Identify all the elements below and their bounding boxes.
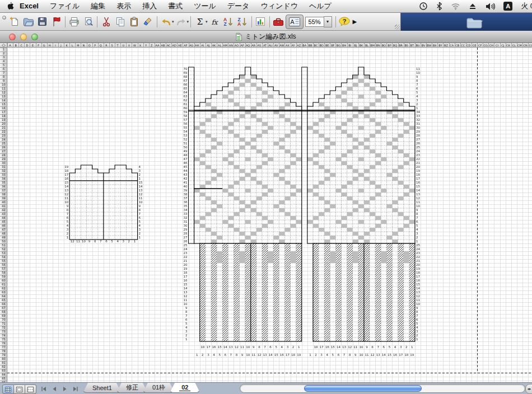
zoom-value-field[interactable]: 55% <box>305 17 324 27</box>
menu-item-window[interactable]: ウィンドウ <box>255 0 304 12</box>
bluetooth-icon[interactable] <box>436 2 442 11</box>
normal-view-button[interactable] <box>2 384 14 394</box>
menu-item-insert[interactable]: 挿入 <box>137 0 162 12</box>
svg-text:A: A <box>237 21 241 27</box>
previous-sheet-button[interactable] <box>50 384 58 393</box>
sheet-tab-02-active[interactable]: 02 <box>170 383 200 393</box>
toolbar-handle[interactable] <box>1 14 7 30</box>
zoom-dropdown-button[interactable]: ▼ <box>324 16 332 27</box>
toolbox-button[interactable] <box>272 15 286 29</box>
menu-item-file[interactable]: ファイル <box>44 0 85 12</box>
redo-button[interactable] <box>174 15 188 29</box>
sheet-tab-scroll-buttons <box>39 384 80 393</box>
toolbar-overflow-arrow[interactable]: ▶ <box>353 18 357 25</box>
flag-button[interactable] <box>49 15 63 29</box>
menu-item-excel[interactable]: Excel <box>14 0 44 12</box>
redo-dropdown-arrow[interactable]: ▾ <box>187 20 189 24</box>
zoom-combo: 55% ▼ <box>305 16 332 27</box>
horizontal-scrollbar-thumb[interactable] <box>304 385 422 392</box>
menu-status-area: A 火 0 <box>419 1 532 11</box>
svg-text:fx: fx <box>211 18 218 26</box>
menu-item-view[interactable]: 表示 <box>111 0 137 12</box>
wifi-icon[interactable] <box>451 2 460 10</box>
svg-text:A: A <box>290 18 295 25</box>
toolbar-separator <box>190 16 191 27</box>
svg-text:?: ? <box>343 17 347 24</box>
autosum-button[interactable]: Σ <box>193 15 207 29</box>
eject-icon[interactable] <box>469 2 477 10</box>
window-title: ミトン編み図.xls <box>0 31 532 43</box>
horizontal-scrollbar[interactable] <box>240 384 525 393</box>
first-sheet-button[interactable] <box>39 384 48 393</box>
insert-function-button[interactable]: fx <box>208 15 222 29</box>
copy-button[interactable] <box>113 15 127 29</box>
format-painter-button[interactable] <box>141 15 155 29</box>
menu-item-data[interactable]: データ <box>222 0 255 12</box>
svg-text:Σ: Σ <box>197 17 203 27</box>
window-title-text: ミトン編み図.xls <box>245 32 296 41</box>
excel-document-icon <box>236 33 242 41</box>
screen: Excel ファイル 編集 表示 挿入 書式 ツール データ ウィンドウ ヘルプ <box>0 0 532 394</box>
view-buttons <box>2 384 36 394</box>
desktop-strip: ▾ ▾ Σ ▾ fx AZ ZA A 55% ▼ ? ▶ <box>0 13 532 31</box>
toolbar-separator <box>251 16 252 27</box>
input-method-icon[interactable]: A <box>503 2 512 11</box>
next-sheet-button[interactable] <box>60 384 69 393</box>
toolbar-separator <box>269 16 270 27</box>
new-document-button[interactable] <box>7 15 21 29</box>
spreadsheet-canvas[interactable] <box>0 43 532 382</box>
sheet-tab-shusei[interactable]: 修正 <box>116 383 148 393</box>
menu-clock[interactable]: 火 0 <box>521 1 532 11</box>
help-button[interactable]: ? <box>338 15 352 29</box>
last-sheet-button[interactable] <box>71 384 80 393</box>
save-button[interactable] <box>35 15 49 29</box>
sort-descending-button[interactable]: ZA <box>236 15 250 29</box>
toolbar-resize-grip[interactable] <box>395 25 400 30</box>
menu-item-help[interactable]: ヘルプ <box>304 0 337 12</box>
cut-button[interactable] <box>99 15 113 29</box>
bottom-bar: Sheet1 修正 01枠 02 ◂▸ <box>0 382 532 394</box>
page-break-view-button[interactable] <box>25 384 36 394</box>
open-button[interactable] <box>21 15 35 29</box>
page-layout-view-button[interactable] <box>14 384 25 394</box>
formatting-palette-button[interactable]: A <box>286 15 304 29</box>
undo-button[interactable] <box>159 15 173 29</box>
window-title-bar[interactable]: ミトン編み図.xls <box>0 31 532 43</box>
toolbar-separator <box>157 16 157 27</box>
menu-item-tools[interactable]: ツール <box>188 0 222 12</box>
menu-item-edit[interactable]: 編集 <box>85 0 111 12</box>
toolbar-separator <box>97 16 97 27</box>
sheet-tab-sheet1[interactable]: Sheet1 <box>83 383 122 393</box>
horizontal-scrollbar-arrows[interactable]: ◂▸ <box>525 384 532 394</box>
sheet-tab-01waku[interactable]: 01枠 <box>143 383 175 393</box>
apple-logo <box>8 2 14 10</box>
menu-bar: Excel ファイル 編集 表示 挿入 書式 ツール データ ウィンドウ ヘルプ <box>0 0 532 13</box>
svg-text:Z: Z <box>223 21 226 27</box>
menu-item-format[interactable]: 書式 <box>162 0 188 12</box>
sort-ascending-button[interactable]: AZ <box>222 15 236 29</box>
desktop-folder-icon[interactable] <box>466 15 483 31</box>
toolbar-separator <box>335 16 336 27</box>
print-button[interactable] <box>67 15 81 29</box>
toolbar-separator <box>65 16 66 27</box>
standard-toolbar: ▾ ▾ Σ ▾ fx AZ ZA A 55% ▼ ? ▶ <box>0 13 401 31</box>
chart-button[interactable] <box>254 15 268 29</box>
apple-menu-icon[interactable] <box>6 2 14 11</box>
volume-icon[interactable] <box>485 2 495 11</box>
time-machine-icon[interactable] <box>419 2 428 11</box>
sheet-tabs: Sheet1 修正 01枠 02 <box>83 383 200 394</box>
print-preview-button[interactable] <box>81 15 95 29</box>
paste-button[interactable] <box>127 15 141 29</box>
